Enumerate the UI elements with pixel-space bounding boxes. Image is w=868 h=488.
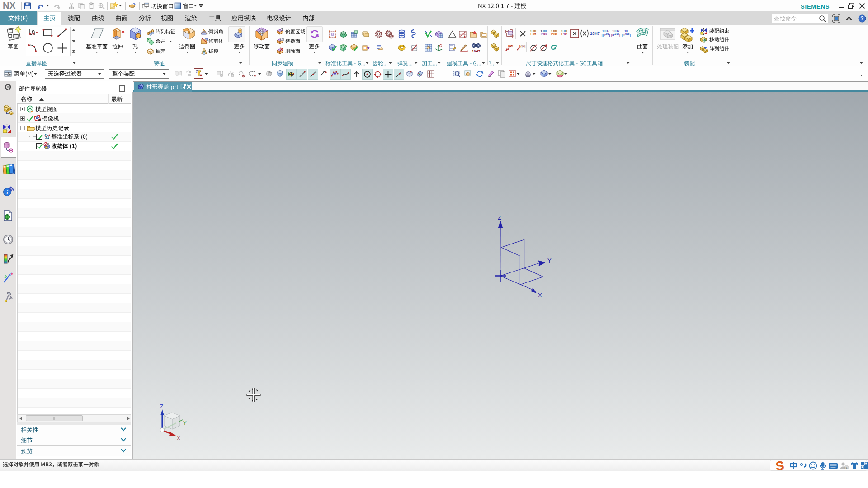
svg-text:R∅: R∅	[508, 44, 513, 47]
svg-text:X: X	[538, 292, 542, 299]
svg-text:X: X	[177, 435, 180, 441]
svg-text:R|Ø|: R|Ø|	[519, 44, 526, 48]
svg-text:10H7: 10H7	[472, 49, 480, 53]
svg-text:S: S	[775, 459, 785, 473]
svg-text:?: ?	[860, 15, 863, 22]
svg-text:Y: Y	[183, 420, 187, 426]
svg-text:Z: Z	[498, 214, 501, 221]
svg-text:Z: Z	[160, 404, 163, 410]
svg-text:i: i	[6, 189, 8, 196]
svg-text:S: S	[845, 466, 847, 469]
svg-text:Y: Y	[547, 257, 552, 264]
